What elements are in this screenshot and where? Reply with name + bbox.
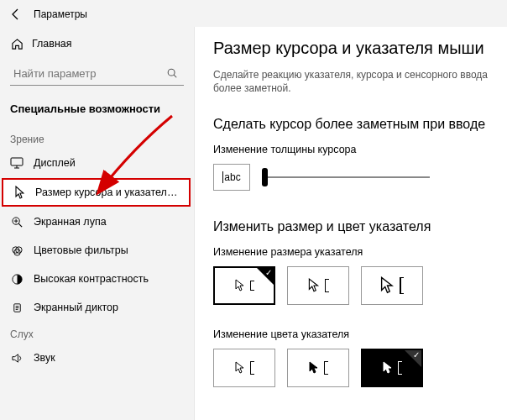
window-title: Параметры [34,8,87,20]
pointer-color-white[interactable] [213,349,275,387]
sidebar-item-cursor-size[interactable]: Размер курсора и указателя мыши [2,178,191,207]
sidebar-label: Дисплей [34,157,184,170]
pointer-size-options: ✓ [213,266,495,305]
preview-text: abc [224,171,240,183]
sidebar-item-display[interactable]: Дисплей [0,149,194,177]
display-icon [10,156,24,170]
pointer-size-option-3[interactable] [361,266,423,305]
sidebar-item-audio[interactable]: Звук [0,344,194,372]
audio-icon [10,351,24,365]
sidebar: Главная Специальные возможности Зрение Д… [0,27,195,420]
pointer-size-option-2[interactable] [287,266,349,305]
section-cursor-thickness: Сделать курсор более заметным при вводе [213,117,495,132]
page-heading: Размер курсора и указателя мыши [213,39,495,58]
search-icon [165,66,179,80]
sidebar-item-high-contrast[interactable]: Высокая контрастность [0,265,194,293]
thickness-preview: abc [213,164,250,191]
contrast-icon [10,272,24,286]
sidebar-label: Высокая контрастность [34,273,184,286]
sidebar-label: Цветовые фильтры [34,244,184,257]
svg-rect-2 [11,158,23,165]
thickness-label: Изменение толщины курсора [213,144,495,155]
home-icon [10,37,24,50]
pointer-color-options: ✓ [213,349,495,387]
page-description: Сделайте реакцию указателя, курсора и се… [213,68,495,95]
svg-point-0 [168,69,175,76]
narrator-icon [10,301,24,314]
pointer-color-label: Изменение цвета указателя [213,328,495,340]
content-pane: Размер курсора и указателя мыши Сделайте… [195,27,507,420]
sidebar-item-narrator[interactable]: Экранный диктор [0,293,194,322]
search-input[interactable] [10,62,184,86]
magnifier-icon [10,215,24,228]
sidebar-item-magnifier[interactable]: Экранная лупа [0,207,194,236]
pointer-size-label: Изменение размера указателя [213,246,495,258]
color-filter-icon [10,244,24,257]
sidebar-label: Экранная лупа [34,216,184,228]
home-label: Главная [32,38,184,50]
sidebar-item-color-filters[interactable]: Цветовые фильтры [0,236,194,265]
sidebar-section-title: Специальные возможности [0,94,194,127]
sidebar-label: Звук [34,352,184,365]
pointer-size-option-1[interactable]: ✓ [213,266,275,305]
titlebar: Параметры [0,0,507,27]
sidebar-label: Размер курсора и указателя мыши [35,186,180,199]
sidebar-group-vision: Зрение [0,127,194,149]
sidebar-home[interactable]: Главная [0,30,194,57]
cursor-icon [12,186,25,199]
pointer-color-black[interactable] [287,349,349,387]
thickness-slider[interactable] [262,176,430,178]
pointer-color-inverted[interactable]: ✓ [361,349,423,387]
svg-line-8 [18,223,22,227]
sidebar-group-hearing: Слух [0,322,194,344]
svg-line-1 [174,75,176,77]
back-button[interactable] [8,7,24,22]
sidebar-label: Экранный диктор [34,302,184,314]
section-pointer-size-color: Изменить размер и цвет указателя [213,219,495,234]
